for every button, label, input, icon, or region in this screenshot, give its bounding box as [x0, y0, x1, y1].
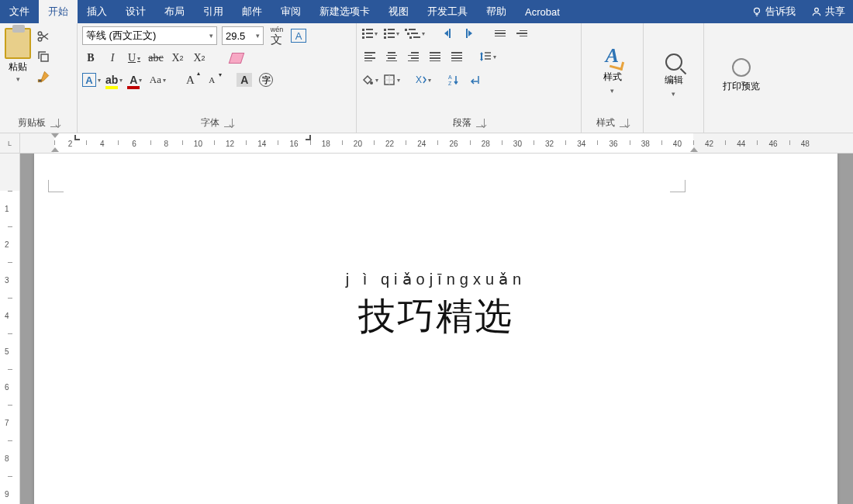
main-text: 技巧精选: [34, 292, 837, 341]
distribute-button[interactable]: [448, 48, 465, 65]
strikethrough-button[interactable]: abc: [147, 50, 164, 67]
font-size-combo[interactable]: 29.5▾: [222, 26, 264, 45]
clipboard-launcher[interactable]: [50, 119, 59, 127]
page[interactable]: j ì qiǎojīngxuǎn 技巧精选: [34, 154, 837, 504]
increase-indent-button[interactable]: [461, 25, 478, 42]
align-left-icon: [364, 52, 375, 61]
grow-font-button[interactable]: A▴: [181, 71, 199, 88]
editing-button[interactable]: 编辑 ▾: [644, 23, 703, 128]
subscript-button[interactable]: X2: [169, 50, 186, 67]
cut-button[interactable]: [36, 29, 51, 43]
tab-layout[interactable]: 布局: [155, 0, 194, 23]
font-launcher[interactable]: [224, 119, 233, 127]
tab-help[interactable]: 帮助: [477, 0, 516, 23]
ltr-icon: [495, 30, 506, 37]
borders-button[interactable]: ▾: [383, 71, 400, 88]
ruler-corner[interactable]: L: [0, 133, 20, 153]
search-icon: [665, 54, 682, 71]
group-paragraph: ▾ ▾ ▾ ▾ ▾ ▾: [357, 23, 582, 133]
tab-references[interactable]: 引用: [194, 0, 233, 23]
paragraph-launcher[interactable]: [476, 119, 485, 127]
editing-btn-label: 编辑: [665, 74, 683, 87]
shrink-font-button[interactable]: A▾: [203, 71, 220, 88]
multilevel-button[interactable]: ▾: [405, 25, 425, 42]
font-size-value: 29.5: [226, 30, 245, 42]
sort-icon: AZ: [447, 74, 460, 86]
rtl-button[interactable]: [513, 25, 530, 42]
line-spacing-button[interactable]: ▾: [479, 48, 496, 65]
align-center-button[interactable]: [383, 48, 400, 65]
tell-me[interactable]: 告诉我: [744, 0, 803, 23]
horizontal-ruler[interactable]: 2468101214161820222426283032343638404244…: [20, 133, 853, 153]
align-right-icon: [408, 52, 419, 61]
shading-button[interactable]: ▾: [361, 71, 378, 88]
font-label: 字体: [201, 116, 219, 129]
first-line-indent-marker[interactable]: [51, 133, 59, 138]
pilcrow-icon: [469, 74, 482, 86]
bold-button[interactable]: B: [82, 50, 99, 67]
share-button[interactable]: 共享: [803, 0, 853, 23]
tab-file[interactable]: 文件: [0, 0, 39, 23]
font-name-combo[interactable]: 等线 (西文正文)▾: [82, 26, 217, 45]
align-left-button[interactable]: [361, 48, 378, 65]
styles-icon: A: [606, 44, 619, 67]
text-effects-button[interactable]: A▾: [82, 71, 101, 88]
document-content[interactable]: j ì qiǎojīngxuǎn 技巧精选: [34, 270, 837, 341]
character-border-button[interactable]: A: [290, 27, 307, 44]
decrease-indent-button[interactable]: [439, 25, 456, 42]
ltr-button[interactable]: [492, 25, 509, 42]
font-color-button[interactable]: A▾: [127, 71, 144, 88]
paste-button[interactable]: 粘贴 ▾: [5, 28, 31, 83]
right-indent-marker[interactable]: [690, 147, 698, 152]
document-canvas[interactable]: j ì qiǎojīngxuǎn 技巧精选: [20, 154, 853, 504]
bullets-button[interactable]: ▾: [361, 25, 378, 42]
wen-char: 文: [271, 33, 282, 45]
sort-button[interactable]: AZ: [445, 71, 462, 88]
asian-layout-button[interactable]: X▾: [414, 71, 431, 88]
tab-mailings[interactable]: 邮件: [233, 0, 271, 23]
tab-stop-left[interactable]: [74, 135, 80, 140]
superscript-button[interactable]: X2: [191, 50, 208, 67]
print-preview-button[interactable]: 打印预览: [704, 23, 779, 128]
tab-insert[interactable]: 插入: [78, 0, 116, 23]
underline-button[interactable]: U▾: [126, 50, 143, 67]
tab-bar: 文件 开始 插入 设计 布局 引用 邮件 审阅 新建选项卡 视图 开发工具 帮助…: [0, 0, 853, 23]
charbox-icon: A: [291, 29, 306, 43]
styles-button[interactable]: A 样式 ▾: [582, 23, 643, 115]
justify-button[interactable]: [427, 48, 444, 65]
brush-icon: [36, 70, 50, 84]
enclose-char-button[interactable]: 字: [257, 71, 275, 88]
multilevel-icon: [405, 29, 420, 39]
phonetic-guide-button[interactable]: wén文: [268, 27, 285, 44]
char-shading-button[interactable]: A: [236, 71, 253, 88]
tab-review[interactable]: 审阅: [271, 0, 310, 23]
clear-formatting-button[interactable]: [228, 50, 245, 67]
tab-design[interactable]: 设计: [116, 0, 155, 23]
show-marks-button[interactable]: [467, 71, 484, 88]
highlight-button[interactable]: ab▾: [105, 71, 123, 88]
hanging-indent-marker[interactable]: [51, 147, 59, 152]
format-painter-button[interactable]: [36, 70, 51, 84]
svg-rect-5: [38, 80, 42, 82]
tab-stop-right[interactable]: [306, 135, 311, 140]
text-effects-icon: A: [82, 73, 96, 87]
numbering-button[interactable]: ▾: [383, 25, 400, 42]
styles-launcher[interactable]: [620, 119, 628, 127]
borders-icon: [383, 74, 395, 86]
tab-acrobat[interactable]: Acrobat: [516, 0, 569, 23]
tab-view[interactable]: 视图: [379, 0, 418, 23]
change-case-button[interactable]: Aa▾: [149, 71, 166, 88]
tab-developer[interactable]: 开发工具: [418, 0, 477, 23]
copy-icon: [36, 50, 50, 64]
svg-point-0: [755, 8, 760, 13]
copy-button[interactable]: [36, 50, 51, 64]
align-right-button[interactable]: [405, 48, 422, 65]
tab-newtab[interactable]: 新建选项卡: [310, 0, 379, 23]
italic-button[interactable]: I: [104, 50, 121, 67]
svg-text:X: X: [416, 74, 422, 85]
vertical-ruler[interactable]: 123456789: [0, 154, 20, 504]
tab-home[interactable]: 开始: [39, 0, 78, 23]
paste-label: 粘贴: [9, 60, 27, 74]
group-styles: A 样式 ▾ 样式: [582, 23, 644, 133]
person-icon: [811, 6, 822, 17]
